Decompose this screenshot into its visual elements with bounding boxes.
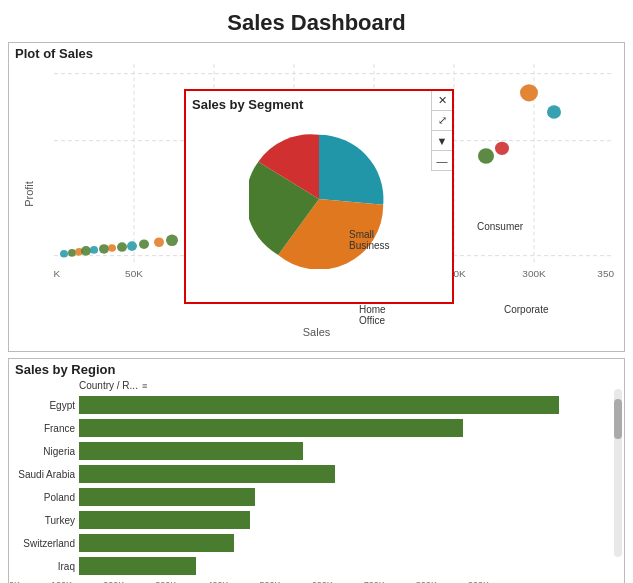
bar-row: Egypt <box>79 395 616 415</box>
svg-text:300K: 300K <box>522 268 546 279</box>
y-axis-label: Profit <box>23 181 35 207</box>
bar-label: Egypt <box>17 400 75 411</box>
bar-fill <box>79 557 196 575</box>
svg-point-23 <box>81 246 91 256</box>
overlay-controls: ✕ ⤢ ▼ — <box>431 91 452 171</box>
svg-point-30 <box>154 237 164 247</box>
minimize-button[interactable]: — <box>432 151 452 171</box>
pie-overlay: Sales by Segment Co <box>184 89 454 304</box>
svg-point-24 <box>90 246 98 254</box>
bar-fill <box>79 511 250 529</box>
bar-area: EgyptFranceNigeriaSaudi ArabiaPolandTurk… <box>9 393 624 578</box>
bar-row: Nigeria <box>79 441 616 461</box>
svg-point-35 <box>520 84 538 101</box>
bar-fill <box>79 465 335 483</box>
region-section-label: Sales by Region <box>9 359 624 380</box>
scatter-x-axis-label: Sales <box>9 326 624 340</box>
bar-fill <box>79 396 559 414</box>
consumer-label: Consumer <box>477 221 523 232</box>
svg-point-37 <box>495 142 509 155</box>
bar-fill <box>79 534 234 552</box>
bar-label: Nigeria <box>17 446 75 457</box>
sort-icon[interactable]: ≡ <box>142 381 147 391</box>
country-header: Country / R... ≡ <box>9 380 624 393</box>
svg-point-25 <box>99 244 109 254</box>
bar-row: Saudi Arabia <box>79 464 616 484</box>
svg-point-27 <box>117 242 127 252</box>
scrollbar-thumb[interactable] <box>614 399 622 439</box>
svg-point-20 <box>60 250 68 258</box>
scrollbar[interactable] <box>614 389 622 557</box>
svg-point-38 <box>478 148 494 163</box>
homeoffice-label: Home Office <box>359 304 386 326</box>
bar-row: Turkey <box>79 510 616 530</box>
svg-point-36 <box>547 105 561 118</box>
bar-fill <box>79 419 463 437</box>
smallbusiness-label: Small Business <box>349 229 390 251</box>
bar-label: France <box>17 423 75 434</box>
bar-row: Poland <box>79 487 616 507</box>
svg-point-31 <box>166 235 178 247</box>
bar-label: Saudi Arabia <box>17 469 75 480</box>
svg-point-29 <box>139 239 149 249</box>
bar-label: Poland <box>17 492 75 503</box>
svg-point-26 <box>108 244 116 252</box>
region-section: Sales by Region Country / R... ≡ EgyptFr… <box>8 358 625 583</box>
scatter-section-label: Plot of Sales <box>9 43 624 64</box>
bar-row: Iraq <box>79 556 616 576</box>
svg-point-21 <box>68 249 76 257</box>
bar-axis: 0K100K200K300K400K500K600K700K800K900K <box>9 578 624 583</box>
svg-text:350K: 350K <box>597 268 614 279</box>
svg-text:50K: 50K <box>125 268 143 279</box>
expand-button[interactable]: ⤢ <box>432 111 452 131</box>
pie-container: Consumer Corporate Home Office Small Bus… <box>192 116 446 281</box>
svg-text:0K: 0K <box>54 268 61 279</box>
bar-label: Turkey <box>17 515 75 526</box>
svg-point-28 <box>127 241 137 251</box>
filter-button[interactable]: ▼ <box>432 131 452 151</box>
scatter-plot-section: Plot of Sales Profit 200K 100K 0 <box>8 42 625 352</box>
country-column-label: Country / R... <box>79 380 138 391</box>
bar-fill <box>79 442 303 460</box>
bar-fill <box>79 488 255 506</box>
close-button[interactable]: ✕ <box>432 91 452 111</box>
bar-row: Switzerland <box>79 533 616 553</box>
bar-label: Switzerland <box>17 538 75 549</box>
bar-label: Iraq <box>17 561 75 572</box>
dashboard: Plot of Sales Profit 200K 100K 0 <box>0 42 633 583</box>
pie-overlay-title: Sales by Segment <box>192 97 446 112</box>
page-title: Sales Dashboard <box>0 0 633 42</box>
corporate-label: Corporate <box>504 304 548 315</box>
bar-row: France <box>79 418 616 438</box>
